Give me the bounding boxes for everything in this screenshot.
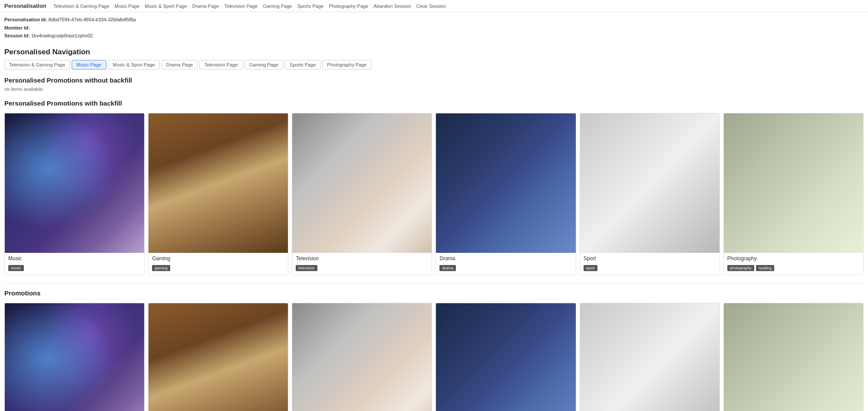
card-item[interactable]: Musicmusic <box>4 303 145 411</box>
top-navigation: Personalisation Television & Gaming Page… <box>0 0 868 12</box>
card-image <box>292 113 432 253</box>
tab-navigation: Television & Gaming Page Music Page Musi… <box>0 60 868 74</box>
nav-link-clear[interactable]: Clear Session <box>416 3 446 9</box>
promotions-title: Promotions <box>0 287 868 298</box>
promo-with-backfill-grid: MusicmusicGaminggamingTelevisiontelevisi… <box>0 109 868 279</box>
card-tags: gaming <box>149 263 288 275</box>
card-item[interactable]: Sportsport <box>580 113 720 275</box>
card-title: Music <box>5 253 144 263</box>
card-item[interactable]: Gaminggaming <box>148 113 288 275</box>
card-image <box>436 113 575 253</box>
card-tags: drama <box>436 263 575 275</box>
personalisation-id-label: Personalisation Id: <box>4 17 47 22</box>
card-title: Sport <box>580 253 719 263</box>
no-items-text: no items available. <box>0 86 868 97</box>
card-item[interactable]: Photographyphotographyreading <box>723 113 864 275</box>
member-id-label: Member Id: <box>4 25 30 30</box>
card-image <box>724 113 863 253</box>
tab-sports[interactable]: Sports Page <box>285 60 321 70</box>
brand-label: Personalisation <box>4 3 46 9</box>
card-image <box>436 303 575 411</box>
card-item[interactable]: Televisiontelevision <box>292 113 432 275</box>
card-tag: music <box>8 265 24 271</box>
session-id-label: Session Id: <box>4 33 30 38</box>
promo-with-backfill-title: Personalised Promotions with backfill <box>0 97 868 109</box>
card-title: Photography <box>724 253 863 263</box>
tab-music-sport[interactable]: Music & Sport Page <box>108 60 160 70</box>
card-tag: gaming <box>152 265 170 271</box>
tab-gaming[interactable]: Gaming Page <box>244 60 283 70</box>
nav-link-abandon[interactable]: Abandon Session <box>373 3 411 9</box>
card-tags: music <box>5 263 144 275</box>
card-image <box>580 303 719 411</box>
tab-music[interactable]: Music Page <box>72 60 106 70</box>
card-title: Television <box>292 253 432 263</box>
info-section: Personalisation Id: 8dbd7594-47eb-4654-b… <box>0 12 868 43</box>
card-tag: drama <box>439 265 456 271</box>
card-tag: reading <box>756 265 774 271</box>
nav-link-sports[interactable]: Sports Page <box>297 3 324 9</box>
card-tags: television <box>292 263 432 275</box>
nav-link-gaming[interactable]: Gaming Page <box>263 3 292 9</box>
personalisation-id-value: 8dbd7594-47eb-4654-b334-32bfafe85f6a <box>48 17 135 22</box>
tab-television[interactable]: Television Page <box>199 60 242 70</box>
tab-photography[interactable]: Photography Page <box>322 60 371 70</box>
card-tag: sport <box>584 265 597 271</box>
card-image <box>149 303 288 411</box>
card-image <box>149 113 288 253</box>
nav-link-television[interactable]: Television Page <box>224 3 257 9</box>
card-tag: television <box>296 265 317 271</box>
tab-drama[interactable]: Drama Page <box>162 60 198 70</box>
nav-link-drama[interactable]: Drama Page <box>192 3 219 9</box>
card-tags: photographyreading <box>724 263 863 275</box>
personalised-nav-title: Personalised Navigation <box>0 43 868 60</box>
promo-without-backfill-title: Personalised Promotions without backfill <box>0 74 868 86</box>
card-item[interactable]: Photographyphotographyreading <box>723 303 864 411</box>
promotions-grid: MusicmusicGaminggamingTelevisiontelevisi… <box>0 298 868 411</box>
card-title: Drama <box>436 253 575 263</box>
card-title: Gaming <box>149 253 288 263</box>
card-item[interactable]: Televisiontelevision <box>292 303 432 411</box>
nav-link-music-sport[interactable]: Music & Sport Page <box>145 3 187 9</box>
card-image <box>292 303 432 411</box>
nav-link-photography[interactable]: Photography Page <box>329 3 368 9</box>
card-image <box>724 303 863 411</box>
card-image <box>5 303 144 411</box>
card-image <box>5 113 144 253</box>
session-id-value: 1bv4nwlngcsdp0npe1zphv02 <box>31 33 93 38</box>
card-image <box>580 113 719 253</box>
card-item[interactable]: Dramadrama <box>436 113 576 275</box>
section-divider <box>4 283 864 283</box>
card-tags: sport <box>580 263 719 275</box>
tab-tv-gaming[interactable]: Television & Gaming Page <box>4 60 70 70</box>
card-item[interactable]: Gaminggaming <box>148 303 288 411</box>
nav-link-tv-gaming[interactable]: Television & Gaming Page <box>53 3 109 9</box>
card-item[interactable]: Musicmusic <box>4 113 145 275</box>
nav-link-music[interactable]: Music Page <box>115 3 139 9</box>
card-item[interactable]: Sportsport <box>580 303 720 411</box>
card-tag: photography <box>727 265 754 271</box>
card-item[interactable]: Dramadrama <box>436 303 576 411</box>
